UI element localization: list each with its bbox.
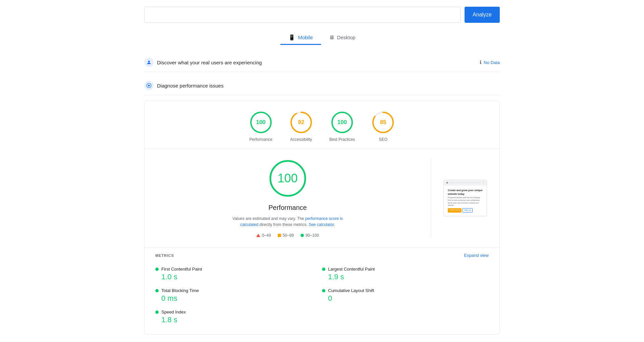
screenshot-content: Create and grow your unique website toda… (444, 185, 487, 216)
real-users-icon (144, 58, 154, 67)
frame-menu-icon: ⋮ (482, 181, 485, 184)
big-score-circle: 100 (268, 158, 308, 198)
score-value-best-practices: 100 (337, 119, 347, 126)
legend-green: 90–100 (301, 233, 319, 238)
legend-orange: 50–89 (278, 233, 294, 238)
svg-point-2 (148, 84, 150, 86)
metric-tbt-name-row: Total Blocking Time (155, 288, 322, 293)
legend-red: 0–49 (256, 233, 271, 238)
metric-lcp: Largest Contentful Paint 1.9 s (322, 263, 489, 285)
score-note-text: Values are estimated and may vary. The (232, 216, 305, 221)
tabs-row: 📱 Mobile 🖥 Desktop (144, 31, 500, 45)
score-label-accessibility: Accessibility (290, 137, 312, 142)
screenshot-btn1: LEARN MORE (448, 208, 462, 213)
metric-tbt-label: Total Blocking Time (161, 288, 199, 293)
metric-cls-value: 0 (322, 294, 489, 303)
metrics-header: METRICS Expand view (155, 253, 489, 258)
score-label-best-practices: Best Practices (329, 137, 355, 142)
diagnose-icon (144, 81, 154, 90)
info-icon: ℹ (480, 59, 482, 65)
legend-red-range: 0–49 (262, 233, 271, 238)
metric-si-value: 1.8 s (155, 316, 322, 324)
url-input[interactable]: https://01nethosting.com/ (144, 7, 461, 23)
metric-fcp: First Contentful Paint 1.0 s (155, 263, 322, 285)
metric-lcp-dot (322, 268, 325, 271)
metric-fcp-dot (155, 268, 159, 271)
metric-cls-dot (322, 289, 325, 292)
score-circle-best-practices: 100 (330, 110, 354, 134)
tab-mobile-label: Mobile (298, 35, 313, 40)
screenshot-headline: Create and grow your unique website toda… (448, 189, 483, 196)
screenshot-text-area: Create and grow your unique website toda… (446, 187, 485, 214)
tab-mobile[interactable]: 📱 Mobile (280, 31, 321, 45)
metric-lcp-value: 1.9 s (322, 273, 489, 281)
metric-fcp-value: 1.0 s (155, 273, 322, 281)
legend-green-dot (301, 234, 304, 237)
mobile-icon: 📱 (288, 34, 295, 41)
legend-orange-dot (278, 234, 281, 237)
legend-triangle-icon (256, 234, 260, 237)
score-circle-accessibility: 92 (289, 110, 313, 134)
big-score-area: 100 Performance Values are estimated and… (155, 158, 420, 238)
screenshot-btns: LEARN MORE HIRE US (448, 208, 483, 213)
analyze-button[interactable]: Analyze (465, 7, 500, 23)
metrics-title: METRICS (155, 253, 174, 258)
legend-orange-range: 50–89 (283, 233, 294, 238)
metric-cls-label: Cumulative Layout Shift (328, 288, 374, 293)
tab-desktop[interactable]: 🖥 Desktop (321, 31, 364, 45)
metric-cls-name-row: Cumulative Layout Shift (322, 288, 489, 293)
frame-back-icon: ◀ (446, 181, 448, 184)
big-score-value: 100 (277, 171, 298, 185)
frame-bar (449, 182, 481, 183)
scores-row: 100 Performance 92 Accessibility (145, 101, 499, 149)
metric-si-name-row: Speed Index (155, 309, 322, 315)
big-score-label: Performance (268, 204, 307, 212)
svg-point-0 (148, 61, 150, 62)
legend-row: 0–49 50–89 90–100 (256, 233, 319, 238)
real-users-meta[interactable]: ℹ No Data (480, 59, 500, 65)
score-performance[interactable]: 100 Performance (249, 110, 273, 142)
score-circle-seo: 85 (371, 110, 395, 134)
screenshot-btn2: HIRE US (463, 208, 473, 213)
screenshot-frame-top: ◀ ⋮ (444, 180, 487, 185)
details-section: 100 Performance Values are estimated and… (145, 149, 499, 247)
metric-lcp-label: Largest Contentful Paint (328, 267, 375, 272)
score-label-performance: Performance (249, 137, 272, 142)
metric-cls: Cumulative Layout Shift 0 (322, 285, 489, 306)
metric-tbt-value: 0 ms (155, 294, 322, 303)
real-users-no-data: No Data (484, 60, 500, 65)
metric-fcp-label: First Contentful Paint (161, 267, 202, 272)
real-users-section: Discover what your real users are experi… (144, 53, 500, 72)
screenshot-frame: ◀ ⋮ Create and grow your unique website … (443, 180, 487, 216)
score-label-seo: SEO (379, 137, 387, 142)
score-value-seo: 85 (380, 119, 386, 126)
diagnose-title: Diagnose performance issues (157, 83, 223, 89)
details-separator (431, 158, 431, 238)
metrics-section: METRICS Expand view First Contentful Pai… (145, 247, 499, 334)
score-note-end: . (334, 222, 335, 227)
score-circle-performance: 100 (249, 110, 273, 134)
score-value-performance: 100 (256, 119, 265, 126)
metric-tbt-dot (155, 289, 159, 292)
score-value-accessibility: 92 (298, 119, 304, 126)
score-note-mid: directly from these metrics. (258, 222, 309, 227)
screenshot-area: ◀ ⋮ Create and grow your unique website … (442, 158, 489, 238)
tab-desktop-label: Desktop (337, 35, 356, 40)
score-accessibility[interactable]: 92 Accessibility (289, 110, 313, 142)
metric-lcp-name-row: Largest Contentful Paint (322, 267, 489, 272)
metric-fcp-name-row: First Contentful Paint (155, 267, 322, 272)
metrics-grid: First Contentful Paint 1.0 s Largest Con… (155, 263, 489, 328)
screenshot-sub: Programmatically work but live-hanging f… (448, 196, 483, 207)
metric-si-label: Speed Index (161, 309, 186, 315)
score-best-practices[interactable]: 100 Best Practices (329, 110, 355, 142)
metric-si-dot (155, 310, 159, 314)
diagnose-section: Diagnose performance issues (144, 76, 500, 95)
metric-tbt: Total Blocking Time 0 ms (155, 285, 322, 306)
metric-si: Speed Index 1.8 s (155, 306, 322, 328)
see-calculator-link[interactable]: See calculator (309, 222, 334, 227)
score-seo[interactable]: 85 SEO (371, 110, 395, 142)
score-note: Values are estimated and may vary. The p… (231, 216, 345, 228)
desktop-icon: 🖥 (329, 35, 334, 41)
expand-view-button[interactable]: Expand view (464, 253, 489, 258)
main-card: 100 Performance 92 Accessibility (144, 101, 500, 335)
